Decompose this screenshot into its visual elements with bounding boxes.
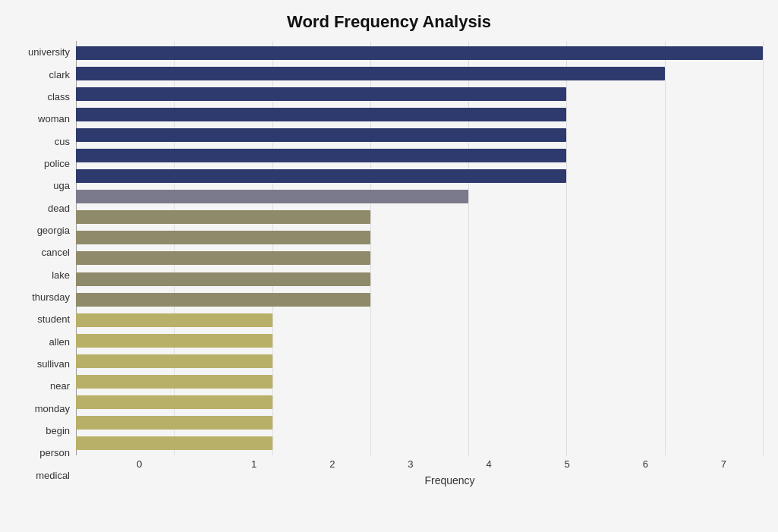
- bar-row: [76, 45, 763, 61]
- bar: [76, 46, 763, 60]
- bar-row: [76, 435, 763, 452]
- bar: [76, 149, 566, 162]
- y-label: clark: [49, 66, 70, 83]
- x-axis-label: Frequency: [137, 474, 763, 486]
- y-label: near: [50, 378, 70, 395]
- bar-row: [76, 86, 763, 102]
- y-axis: universityclarkclasswomancuspoliceugadea…: [15, 41, 76, 486]
- bar-row: [76, 271, 763, 288]
- bar: [76, 231, 370, 244]
- y-label: allen: [49, 333, 70, 350]
- grid-and-bars: [76, 41, 763, 455]
- x-tick: 0: [137, 458, 215, 470]
- bar-row: [76, 250, 763, 266]
- bar: [76, 210, 370, 224]
- bar-row: [76, 229, 763, 246]
- bar-row: [76, 209, 763, 225]
- y-label: monday: [35, 400, 70, 417]
- bar: [76, 375, 272, 389]
- plot-area: 01234567 Frequency: [76, 41, 763, 486]
- chart-title: Word Frequency Analysis: [287, 12, 491, 32]
- y-label: woman: [38, 111, 70, 127]
- bar: [76, 436, 272, 450]
- x-tick: 6: [606, 458, 685, 470]
- y-label: uga: [53, 178, 70, 194]
- y-label: police: [44, 155, 70, 172]
- bar: [76, 251, 370, 265]
- bar: [76, 313, 272, 327]
- bar: [76, 108, 566, 121]
- x-tick: 5: [528, 458, 606, 470]
- bar-row: [76, 312, 763, 329]
- bottom-section: 01234567 Frequency: [76, 455, 763, 486]
- bar: [76, 67, 665, 80]
- x-tick: 4: [450, 458, 528, 470]
- bar-row: [76, 332, 763, 349]
- bar: [76, 272, 370, 286]
- y-label: georgia: [37, 222, 70, 238]
- y-label: begin: [46, 423, 70, 439]
- bar: [76, 169, 566, 183]
- bar: [76, 354, 272, 368]
- bar: [76, 293, 370, 307]
- y-label: student: [37, 311, 70, 328]
- grid-line: [763, 41, 764, 455]
- bar: [76, 87, 566, 101]
- y-label: class: [47, 88, 70, 105]
- y-label: thursday: [32, 288, 70, 305]
- bar-row: [76, 65, 763, 82]
- bar-row: [76, 291, 763, 308]
- x-tick: 7: [685, 458, 763, 470]
- bar-row: [76, 394, 763, 411]
- y-label: university: [28, 44, 70, 61]
- x-tick: 3: [371, 458, 449, 470]
- y-label: lake: [52, 266, 70, 283]
- y-label: medical: [36, 467, 70, 483]
- bar: [76, 334, 272, 348]
- y-label: sullivan: [37, 355, 70, 372]
- x-tick: 1: [215, 458, 293, 470]
- bar-row: [76, 106, 763, 123]
- bar-row: [76, 127, 763, 143]
- bar-row: [76, 168, 763, 184]
- bar-row: [76, 188, 763, 205]
- bar-row: [76, 373, 763, 390]
- y-label: cancel: [41, 244, 70, 261]
- x-tick: 2: [293, 458, 371, 470]
- chart-area: universityclarkclasswomancuspoliceugadea…: [15, 41, 763, 486]
- bar: [76, 190, 468, 203]
- bar-row: [76, 353, 763, 370]
- x-ticks: 01234567: [137, 458, 763, 470]
- y-label: cus: [55, 133, 70, 150]
- bars-container: [76, 41, 763, 455]
- bar: [76, 128, 566, 142]
- x-axis: 01234567 Frequency: [137, 458, 763, 486]
- y-label: person: [39, 445, 70, 461]
- bar-row: [76, 147, 763, 164]
- y-label: dead: [48, 200, 70, 216]
- bar: [76, 416, 272, 430]
- chart-container: Word Frequency Analysis universityclarkc…: [0, 0, 778, 532]
- bar: [76, 395, 272, 409]
- bar-row: [76, 414, 763, 431]
